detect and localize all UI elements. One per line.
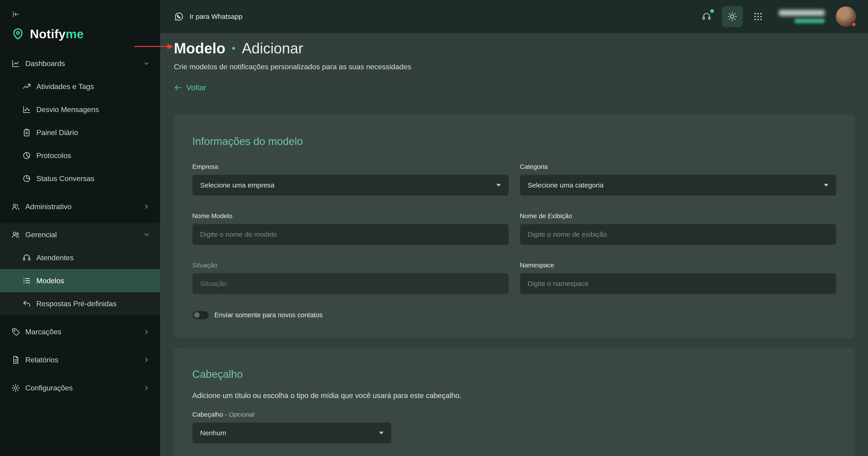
document-icon bbox=[11, 355, 20, 364]
chevron-right-icon bbox=[143, 328, 150, 335]
notification-dot bbox=[710, 9, 714, 13]
info-card-title: Informações do modelo bbox=[192, 135, 836, 148]
scatter-chart-icon bbox=[22, 105, 31, 114]
sidebar-item-label: Painel Diário bbox=[36, 128, 78, 137]
apps-grid-button[interactable] bbox=[747, 6, 769, 27]
empresa-field: Empresa Selecione uma empresa bbox=[192, 163, 509, 196]
collapse-sidebar-icon bbox=[12, 10, 20, 19]
team-icon bbox=[11, 230, 20, 239]
page-title: Modelo • Adicionar bbox=[174, 39, 855, 57]
sidebar-item-label: Desvio Mensagens bbox=[36, 105, 99, 114]
annotation-arrow bbox=[134, 42, 174, 51]
chevron-down-icon bbox=[143, 60, 150, 67]
user-info[interactable] bbox=[779, 10, 825, 23]
sidebar-item-atendentes[interactable]: Atendentes bbox=[0, 246, 160, 269]
whatsapp-icon bbox=[174, 11, 184, 22]
headset-icon bbox=[22, 253, 31, 262]
chevron-down-icon bbox=[143, 231, 150, 238]
situacao-input[interactable] bbox=[192, 273, 509, 294]
nome-exibicao-input[interactable] bbox=[520, 224, 836, 245]
list-icon bbox=[22, 276, 31, 285]
namespace-field: Namespace bbox=[520, 262, 836, 294]
info-form-grid: Empresa Selecione uma empresa Categoria … bbox=[192, 163, 836, 294]
categoria-field: Categoria Selecione uma categoria bbox=[520, 163, 836, 196]
sidebar-group-gerencial: Gerencial Atendentes Modelos Respostas P… bbox=[0, 223, 160, 315]
clipboard-icon bbox=[22, 128, 31, 137]
trending-chart-icon bbox=[22, 82, 31, 91]
back-link[interactable]: Voltar bbox=[174, 83, 206, 92]
tag-icon bbox=[11, 327, 20, 336]
sidebar-item-label: Configurações bbox=[25, 384, 73, 392]
namespace-input[interactable] bbox=[520, 273, 836, 294]
sidebar: Notifyme Dashboards Atividades e Tags De… bbox=[0, 0, 160, 456]
situacao-label: Situação bbox=[192, 262, 509, 269]
nome-exibicao-field: Nome de Exibição bbox=[520, 212, 836, 245]
nome-modelo-input[interactable] bbox=[192, 224, 509, 245]
sidebar-item-administrativo[interactable]: Administrativo bbox=[0, 195, 160, 218]
header-card-title: Cabeçalho bbox=[192, 368, 836, 380]
sidebar-item-configuracoes[interactable]: Configurações bbox=[0, 376, 160, 399]
novos-contatos-toggle-row: Enviar somente para novos contatos bbox=[192, 311, 836, 320]
novos-contatos-toggle-label: Enviar somente para novos contatos bbox=[214, 311, 323, 319]
sidebar-item-relatorios[interactable]: Relatórios bbox=[0, 348, 160, 371]
pie-chart-icon bbox=[22, 151, 31, 160]
page-title-primary: Modelo bbox=[174, 39, 225, 57]
sidebar-collapse-row bbox=[0, 0, 160, 24]
sidebar-item-label: Status Conversas bbox=[36, 174, 95, 183]
sidebar-item-painel-diario[interactable]: Painel Diário bbox=[0, 121, 160, 144]
nome-modelo-label: Nome Modelo bbox=[192, 212, 509, 220]
sidebar-nav: Dashboards Atividades e Tags Desvio Mens… bbox=[0, 52, 160, 456]
nome-exibicao-label: Nome de Exibição bbox=[520, 212, 836, 220]
categoria-select[interactable]: Selecione uma categoria bbox=[520, 175, 836, 196]
sidebar-item-label: Respostas Pré-definidas bbox=[36, 300, 117, 308]
info-card: Informações do modelo Empresa Selecione … bbox=[174, 115, 855, 338]
sidebar-item-dashboards[interactable]: Dashboards bbox=[0, 52, 160, 75]
page-content: Modelo • Adicionar Crie modelos de notif… bbox=[160, 33, 868, 456]
page-subtitle: Crie modelos de notificações personaliza… bbox=[174, 63, 855, 71]
empresa-select-value: Selecione uma empresa bbox=[200, 181, 275, 189]
gear-icon bbox=[11, 383, 20, 393]
sidebar-item-label: Modelos bbox=[36, 277, 64, 285]
categoria-label: Categoria bbox=[520, 163, 836, 171]
nome-modelo-field: Nome Modelo bbox=[192, 212, 509, 245]
sidebar-item-label: Dashboards bbox=[25, 59, 65, 68]
support-headset-icon bbox=[702, 11, 712, 22]
empresa-select[interactable]: Selecione uma empresa bbox=[192, 175, 509, 196]
title-separator-dot: • bbox=[232, 39, 235, 57]
sidebar-item-modelos[interactable]: Modelos bbox=[0, 269, 160, 292]
sidebar-collapse-button[interactable] bbox=[12, 10, 20, 20]
logo-text: Notifyme bbox=[30, 27, 84, 41]
cabecalho-select[interactable]: Nenhum bbox=[192, 422, 392, 444]
sidebar-item-desvio-mensagens[interactable]: Desvio Mensagens bbox=[0, 98, 160, 121]
sidebar-item-status-conversas[interactable]: Status Conversas bbox=[0, 167, 160, 190]
caret-down-icon bbox=[379, 432, 384, 434]
reply-icon bbox=[22, 299, 31, 308]
main-area: Ir para Whatsapp Modelo bbox=[160, 0, 868, 456]
sidebar-item-atividades-e-tags[interactable]: Atividades e Tags bbox=[0, 75, 160, 98]
app-logo[interactable]: Notifyme bbox=[0, 24, 160, 41]
sidebar-item-gerencial[interactable]: Gerencial bbox=[0, 223, 160, 246]
sidebar-item-marcacoes[interactable]: Marcações bbox=[0, 320, 160, 343]
logo-accent: me bbox=[66, 27, 84, 41]
whatsapp-link[interactable]: Ir para Whatsapp bbox=[174, 11, 242, 22]
pie-slice-icon bbox=[22, 174, 31, 183]
theme-toggle-button[interactable] bbox=[722, 6, 743, 27]
novos-contatos-toggle[interactable] bbox=[192, 311, 209, 320]
app-window: Notifyme Dashboards Atividades e Tags De… bbox=[0, 0, 868, 456]
sidebar-item-label: Marcações bbox=[25, 328, 61, 336]
topbar: Ir para Whatsapp bbox=[160, 0, 868, 33]
apps-grid-icon bbox=[753, 11, 763, 22]
notifications-button[interactable] bbox=[696, 6, 717, 27]
sidebar-item-protocolos[interactable]: Protocolos bbox=[0, 144, 160, 167]
sidebar-item-respostas-pre-definidas[interactable]: Respostas Pré-definidas bbox=[0, 292, 160, 315]
cabecalho-label-optional: - Opcional bbox=[225, 411, 254, 418]
sidebar-item-label: Administrativo bbox=[25, 203, 71, 211]
empresa-label: Empresa bbox=[192, 163, 509, 171]
cabecalho-label-text: Cabeçalho bbox=[192, 411, 223, 418]
sidebar-item-label: Gerencial bbox=[25, 231, 57, 239]
chevron-right-icon bbox=[143, 385, 150, 391]
user-avatar[interactable] bbox=[836, 6, 856, 27]
header-card: Cabeçalho Adicione um título ou escolha … bbox=[174, 347, 855, 456]
dashboard-chart-icon bbox=[11, 59, 20, 68]
user-name-redacted bbox=[779, 10, 825, 16]
